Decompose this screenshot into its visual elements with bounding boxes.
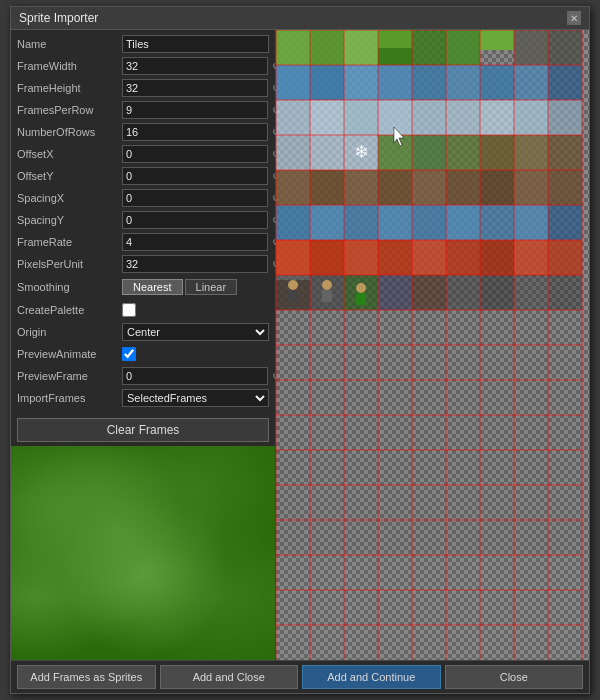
offset-y-row: OffsetY ↺ — [17, 166, 269, 186]
import-frames-select[interactable]: SelectedFrames AllFrames — [122, 389, 269, 407]
origin-label: Origin — [17, 326, 122, 338]
spacing-x-input[interactable] — [122, 189, 268, 207]
svg-rect-3 — [378, 30, 412, 48]
svg-rect-25 — [412, 100, 446, 135]
svg-rect-5 — [412, 30, 446, 65]
svg-rect-38 — [276, 170, 310, 205]
main-content: Name FrameWidth ↺ FrameHeight ↺ F — [11, 30, 589, 660]
svg-rect-4 — [378, 48, 412, 65]
number-of-rows-input[interactable] — [122, 123, 268, 141]
add-and-close-button[interactable]: Add and Close — [160, 665, 299, 689]
spacing-y-input[interactable] — [122, 211, 268, 229]
svg-rect-51 — [412, 205, 446, 240]
preview-frame-row: PreviewFrame ↺ — [17, 366, 269, 386]
svg-rect-18 — [548, 65, 582, 100]
svg-point-73 — [356, 283, 366, 293]
preview-image — [11, 446, 275, 660]
spacing-y-row: SpacingY ↺ — [17, 210, 269, 230]
svg-rect-7 — [480, 30, 514, 50]
import-frames-row: ImportFrames SelectedFrames AllFrames — [17, 388, 269, 408]
svg-rect-26 — [446, 100, 480, 135]
frame-width-input[interactable] — [122, 57, 268, 75]
svg-rect-76 — [412, 275, 446, 310]
offset-x-row: OffsetX ↺ — [17, 144, 269, 164]
pixels-per-unit-label: PixelsPerUnit — [17, 258, 122, 270]
number-of-rows-label: NumberOfRows — [17, 126, 122, 138]
svg-rect-50 — [378, 205, 412, 240]
svg-rect-42 — [412, 170, 446, 205]
svg-rect-60 — [412, 240, 446, 275]
offset-x-input[interactable] — [122, 145, 268, 163]
svg-rect-20 — [310, 100, 344, 135]
right-panel: ❄ — [276, 30, 589, 660]
svg-rect-52 — [446, 205, 480, 240]
svg-rect-64 — [548, 240, 582, 275]
svg-rect-35 — [480, 135, 514, 170]
svg-rect-37 — [548, 135, 582, 170]
sprite-importer-window: Sprite Importer ✕ Name FrameWidth ↺ — [10, 6, 590, 694]
add-and-continue-button[interactable]: Add and Continue — [302, 665, 441, 689]
svg-rect-13 — [378, 65, 412, 100]
smoothing-row: Smoothing Nearest Linear — [17, 276, 269, 298]
svg-rect-10 — [276, 65, 310, 100]
sprite-canvas[interactable]: ❄ — [276, 30, 589, 660]
origin-select[interactable]: Center TopLeft TopRight BottomLeft Botto… — [122, 323, 269, 341]
svg-rect-69 — [288, 290, 298, 302]
svg-rect-58 — [344, 240, 378, 275]
svg-rect-36 — [514, 135, 548, 170]
add-frames-as-sprites-button[interactable]: Add Frames as Sprites — [17, 665, 156, 689]
preview-frame-label: PreviewFrame — [17, 370, 122, 382]
frame-height-input[interactable] — [122, 79, 268, 97]
clear-frames-button[interactable]: Clear Frames — [17, 418, 269, 442]
svg-rect-1 — [310, 30, 344, 65]
offset-x-label: OffsetX — [17, 148, 122, 160]
svg-rect-57 — [310, 240, 344, 275]
svg-rect-77 — [446, 275, 480, 310]
frame-rate-row: FrameRate ↺ — [17, 232, 269, 252]
svg-rect-62 — [480, 240, 514, 275]
spacing-y-label: SpacingY — [17, 214, 122, 226]
fields-container: Name FrameWidth ↺ FrameHeight ↺ F — [11, 30, 275, 414]
frames-per-row-input[interactable] — [122, 101, 268, 119]
svg-rect-81 — [276, 310, 582, 555]
svg-rect-21 — [344, 100, 378, 135]
close-window-button[interactable]: ✕ — [567, 11, 581, 25]
svg-rect-2 — [344, 30, 378, 65]
preview-animate-row: PreviewAnimate — [17, 344, 269, 364]
svg-rect-28 — [514, 100, 548, 135]
svg-rect-56 — [276, 240, 310, 275]
name-label: Name — [17, 38, 122, 50]
svg-rect-30 — [276, 135, 310, 170]
svg-rect-6 — [446, 30, 480, 65]
name-row: Name — [17, 34, 269, 54]
offset-y-input[interactable] — [122, 167, 268, 185]
name-input[interactable] — [122, 35, 269, 53]
preview-area — [11, 446, 275, 660]
svg-point-68 — [288, 280, 298, 290]
close-button[interactable]: Close — [445, 665, 584, 689]
frame-rate-input[interactable] — [122, 233, 268, 251]
sprite-grid-container: ❄ — [276, 30, 589, 660]
svg-rect-40 — [344, 170, 378, 205]
svg-rect-41 — [378, 170, 412, 205]
smoothing-linear-button[interactable]: Linear — [185, 279, 238, 295]
footer: Add Frames as Sprites Add and Close Add … — [11, 660, 589, 693]
pixels-per-unit-input[interactable] — [122, 255, 268, 273]
create-palette-checkbox[interactable] — [122, 303, 136, 317]
preview-frame-input[interactable] — [122, 367, 268, 385]
svg-rect-8 — [514, 30, 548, 65]
svg-rect-17 — [514, 65, 548, 100]
import-frames-label: ImportFrames — [17, 392, 122, 404]
left-panel: Name FrameWidth ↺ FrameHeight ↺ F — [11, 30, 276, 660]
frame-height-row: FrameHeight ↺ — [17, 78, 269, 98]
svg-rect-55 — [548, 205, 582, 240]
svg-rect-19 — [276, 100, 310, 135]
svg-rect-16 — [480, 65, 514, 100]
svg-rect-63 — [514, 240, 548, 275]
preview-animate-checkbox[interactable] — [122, 347, 136, 361]
svg-rect-15 — [446, 65, 480, 100]
svg-rect-61 — [446, 240, 480, 275]
smoothing-nearest-button[interactable]: Nearest — [122, 279, 183, 295]
number-of-rows-row: NumberOfRows ↺ — [17, 122, 269, 142]
svg-rect-47 — [276, 205, 310, 240]
